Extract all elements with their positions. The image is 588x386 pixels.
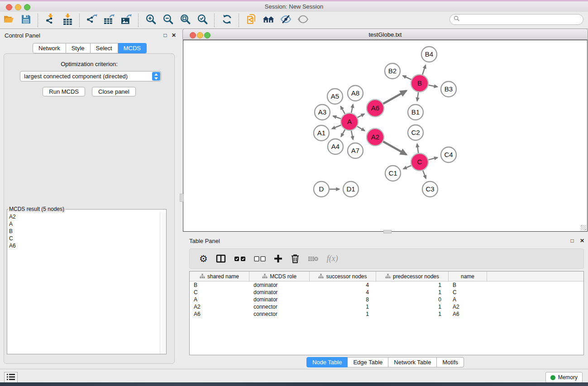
table-cell[interactable]: C: [449, 289, 487, 295]
show-hide-button[interactable]: [296, 14, 310, 27]
column-header-name[interactable]: name: [449, 272, 487, 281]
graph-edge-C-C3[interactable]: [423, 171, 426, 179]
graph-edge-A-A8[interactable]: [351, 104, 353, 113]
tab-style[interactable]: Style: [66, 43, 91, 53]
table-cell[interactable]: A2: [449, 304, 487, 310]
network-window-titlebar[interactable]: testGlobe.txt: [182, 29, 588, 40]
import-table-button[interactable]: [61, 14, 74, 27]
table-cell[interactable]: 0: [376, 296, 449, 303]
splitter-handle[interactable]: [383, 230, 392, 234]
graph-edge-A-A3[interactable]: [333, 116, 341, 119]
tab-motifs[interactable]: Motifs: [437, 357, 464, 367]
delete-table-button-disabled[interactable]: [308, 252, 319, 266]
window-resize-grip[interactable]: [581, 225, 586, 230]
table-row[interactable]: A2connector11A2: [190, 303, 583, 310]
mcds-result-item[interactable]: B: [9, 228, 160, 235]
export-image-button[interactable]: [120, 14, 133, 27]
table-cell[interactable]: dominator: [249, 289, 310, 295]
table-cell[interactable]: 4: [310, 289, 376, 295]
column-header-predecessor-nodes[interactable]: predecessor nodes: [376, 272, 449, 281]
mcds-result-item[interactable]: C: [9, 235, 160, 242]
table-cell[interactable]: B: [449, 282, 487, 288]
table-cell[interactable]: dominator: [249, 282, 310, 288]
float-panel-icon[interactable]: □: [162, 32, 169, 39]
table-row[interactable]: Cdominator41C: [190, 289, 583, 296]
column-header-mcds-role[interactable]: MCDS role: [249, 272, 310, 281]
table-cell[interactable]: 1: [376, 289, 449, 295]
export-table-button[interactable]: [102, 14, 116, 27]
graph-edge-B-B4[interactable]: [422, 65, 425, 75]
home-view-button[interactable]: [262, 14, 275, 27]
tab-select[interactable]: Select: [91, 43, 118, 53]
column-header-successor-nodes[interactable]: successor nodes: [310, 272, 376, 281]
table-cell[interactable]: A6: [449, 311, 487, 317]
graph-edge-C-C4[interactable]: [428, 157, 437, 160]
table-cell[interactable]: connector: [249, 311, 310, 317]
graph-edge-A-A7[interactable]: [351, 131, 353, 140]
zoom-in-button[interactable]: [144, 14, 158, 27]
tab-mcds[interactable]: MCDS: [118, 43, 147, 53]
mcds-result-item[interactable]: A6: [9, 242, 160, 249]
tab-edge-table[interactable]: Edge Table: [348, 357, 388, 367]
table-cell[interactable]: 1: [376, 304, 449, 310]
graph-edge-A-A6[interactable]: [358, 114, 364, 118]
graph-edge-C-C1[interactable]: [403, 166, 411, 169]
search-input[interactable]: [449, 14, 583, 25]
table-cell[interactable]: A: [449, 296, 487, 303]
graph-edge-C-C2[interactable]: [417, 144, 418, 153]
table-cell[interactable]: connector: [249, 304, 310, 310]
close-panel-icon[interactable]: ✕: [170, 32, 177, 39]
table-cell[interactable]: A: [190, 296, 249, 303]
save-session-button[interactable]: [19, 14, 33, 27]
show-panels-button[interactable]: [4, 372, 18, 383]
tab-node-table[interactable]: Node Table: [306, 357, 348, 367]
graph-edge-A6-B[interactable]: [383, 91, 406, 104]
graph-edge-A-A5[interactable]: [340, 106, 345, 114]
table-row[interactable]: Bdominator41B: [190, 281, 583, 289]
zoom-out-button[interactable]: [161, 14, 175, 27]
zoom-selected-button[interactable]: [196, 14, 209, 27]
open-session-button[interactable]: [2, 14, 15, 27]
table-settings-button[interactable]: ⚙: [199, 252, 208, 266]
graph-edge-A2-C[interactable]: [383, 142, 406, 155]
graph-edge-B-B3[interactable]: [429, 85, 438, 87]
refresh-layout-button[interactable]: [220, 14, 234, 27]
memory-button[interactable]: Memory: [545, 372, 583, 383]
toggle-graphics-details-button[interactable]: [279, 14, 292, 27]
table-cell[interactable]: dominator: [249, 296, 310, 303]
table-cell[interactable]: 1: [310, 304, 376, 310]
tab-network[interactable]: Network: [33, 43, 66, 53]
graph-edge-A-A2[interactable]: [357, 126, 365, 131]
table-cell[interactable]: 8: [310, 296, 376, 303]
import-network-button[interactable]: [43, 14, 57, 27]
clone-network-button[interactable]: [244, 14, 258, 27]
graph-edge-A-A1[interactable]: [332, 125, 341, 129]
table-cell[interactable]: 1: [310, 311, 376, 317]
export-network-button[interactable]: [85, 14, 99, 27]
table-cell[interactable]: 1: [376, 282, 449, 288]
graph-edge-A-A4[interactable]: [341, 129, 345, 137]
criterion-select[interactable]: largest connected component (directed): [20, 71, 161, 81]
select-all-button[interactable]: [234, 252, 246, 266]
close-panel-icon[interactable]: ✕: [578, 237, 586, 244]
splitter-handle[interactable]: [180, 194, 184, 202]
table-cell[interactable]: C: [190, 289, 249, 295]
deselect-all-button[interactable]: [254, 252, 266, 266]
table-row[interactable]: A6connector11A6: [190, 310, 583, 318]
column-visibility-button[interactable]: [216, 252, 226, 266]
table-cell[interactable]: 4: [310, 282, 376, 288]
function-builder-button-disabled[interactable]: f(x): [327, 252, 338, 266]
table-row[interactable]: Adominator80A: [190, 296, 583, 303]
table-cell[interactable]: B: [190, 282, 249, 288]
graph-edge-B-B1[interactable]: [417, 92, 418, 101]
run-mcds-button[interactable]: Run MCDS: [43, 87, 85, 96]
network-canvas[interactable]: B4B2BB3A8A5A6A3B1AA1C2A2A4A7C4CC1C3DD1: [183, 40, 588, 232]
mcds-result-item[interactable]: A: [9, 220, 160, 228]
mcds-result-item[interactable]: A2: [9, 213, 160, 220]
zoom-fit-button[interactable]: [178, 14, 192, 27]
column-header-shared-name[interactable]: shared name: [190, 272, 249, 281]
close-panel-button[interactable]: Close panel: [92, 87, 136, 96]
table-cell[interactable]: A2: [190, 304, 249, 310]
float-panel-icon[interactable]: □: [569, 237, 576, 244]
result-scrollbar[interactable]: [160, 212, 166, 354]
